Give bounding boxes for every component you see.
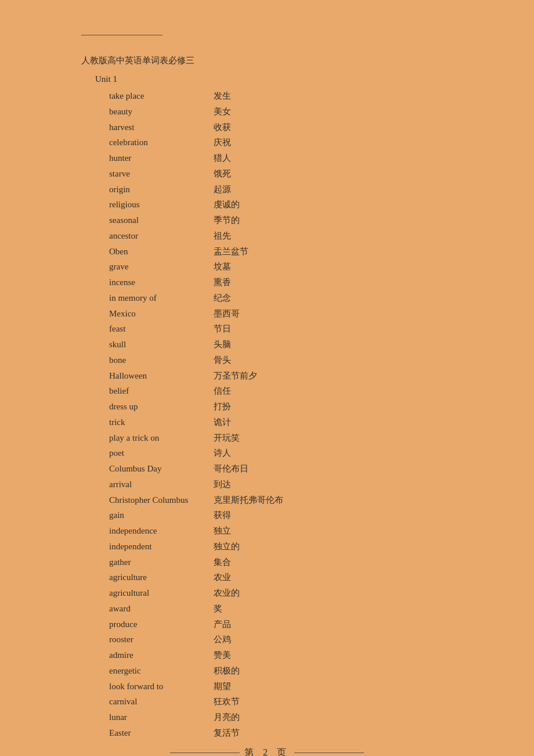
list-item: incense熏香: [109, 275, 453, 290]
word-english: belief: [109, 384, 214, 398]
word-chinese: 产品: [214, 617, 231, 632]
word-chinese: 积极的: [214, 664, 240, 678]
word-chinese: 打扮: [214, 399, 231, 414]
word-chinese: 赞美: [214, 648, 231, 663]
list-item: admire赞美: [109, 648, 453, 663]
word-chinese: 奖: [214, 602, 222, 616]
word-english: rooster: [109, 632, 214, 647]
word-chinese: 庆祝: [214, 135, 231, 150]
word-english: dress up: [109, 399, 214, 414]
word-chinese: 坟墓: [214, 260, 231, 274]
word-chinese: 农业的: [214, 586, 240, 600]
word-english: seasonal: [109, 213, 214, 228]
word-chinese: 克里斯托弗哥伦布: [214, 493, 283, 507]
word-chinese: 诗人: [214, 446, 231, 460]
list-item: look forward to期望: [109, 679, 453, 694]
word-chinese: 诡计: [214, 415, 231, 430]
list-item: award奖: [109, 602, 453, 616]
list-item: agriculture农业: [109, 570, 453, 585]
word-english: Christopher Columbus: [109, 493, 214, 507]
list-item: independent独立的: [109, 539, 453, 554]
word-chinese: 开玩笑: [214, 431, 240, 445]
list-item: religious虔诚的: [109, 197, 453, 212]
word-chinese: 美女: [214, 105, 231, 119]
word-english: independent: [109, 539, 214, 554]
list-item: rooster公鸡: [109, 632, 453, 647]
list-item: Columbus Day哥伦布日: [109, 462, 453, 476]
list-item: in memory of纪念: [109, 291, 453, 305]
page-content: 人教版高中英语单词表必修三 Unit 1 take place发生beauty美…: [0, 0, 534, 756]
list-item: Mexico墨西哥: [109, 307, 453, 321]
word-chinese: 信任: [214, 384, 231, 398]
list-item: gather集合: [109, 555, 453, 570]
list-item: origin起源: [109, 182, 453, 197]
word-chinese: 节日: [214, 322, 231, 336]
word-chinese: 农业: [214, 570, 231, 585]
word-chinese: 收获: [214, 120, 231, 135]
word-english: incense: [109, 275, 214, 290]
list-item: poet诗人: [109, 446, 453, 460]
word-english: gain: [109, 508, 214, 523]
word-english: hunter: [109, 151, 214, 165]
word-english: play a trick on: [109, 431, 214, 445]
word-english: harvest: [109, 120, 214, 135]
word-chinese: 虔诚的: [214, 197, 240, 212]
list-item: independence独立: [109, 524, 453, 538]
word-english: feast: [109, 322, 214, 336]
word-chinese: 月亮的: [214, 710, 240, 725]
word-english: award: [109, 602, 214, 616]
bottom-area: 第 2 页: [0, 747, 534, 757]
word-english: origin: [109, 182, 214, 197]
word-chinese: 纪念: [214, 291, 231, 305]
word-chinese: 公鸡: [214, 632, 231, 647]
list-item: produce产品: [109, 617, 453, 632]
list-item: energetic积极的: [109, 664, 453, 678]
word-english: poet: [109, 446, 214, 460]
list-item: Oben盂兰盆节: [109, 244, 453, 259]
word-chinese: 万圣节前夕: [214, 369, 257, 383]
word-english: beauty: [109, 105, 214, 119]
list-item: lunar月亮的: [109, 710, 453, 725]
word-chinese: 集合: [214, 555, 231, 570]
list-item: starve饿死: [109, 167, 453, 181]
bottom-line-left: [170, 753, 240, 753]
word-english: look forward to: [109, 679, 214, 694]
word-chinese: 复活节: [214, 726, 240, 740]
word-chinese: 祖先: [214, 229, 231, 243]
word-chinese: 墨西哥: [214, 307, 240, 321]
word-english: carnival: [109, 694, 214, 709]
word-chinese: 头脑: [214, 337, 231, 352]
word-english: bone: [109, 353, 214, 368]
list-item: Christopher Columbus克里斯托弗哥伦布: [109, 493, 453, 507]
bottom-line-right: [294, 753, 364, 753]
unit-title: Unit 1: [95, 74, 453, 84]
word-english: celebration: [109, 135, 214, 150]
list-item: bone骨头: [109, 353, 453, 368]
word-english: lunar: [109, 710, 214, 725]
word-english: trick: [109, 415, 214, 430]
word-english: arrival: [109, 477, 214, 492]
page-number: 第 2 页: [244, 747, 290, 757]
word-chinese: 饿死: [214, 167, 231, 181]
word-english: starve: [109, 167, 214, 181]
word-chinese: 猎人: [214, 151, 231, 165]
page-title: 人教版高中英语单词表必修三: [81, 55, 453, 66]
list-item: harvest收获: [109, 120, 453, 135]
word-english: agriculture: [109, 570, 214, 585]
word-chinese: 到达: [214, 477, 231, 492]
word-chinese: 起源: [214, 182, 231, 197]
word-chinese: 熏香: [214, 275, 231, 290]
word-chinese: 发生: [214, 89, 231, 103]
list-item: beauty美女: [109, 105, 453, 119]
word-chinese: 获得: [214, 508, 231, 523]
word-english: skull: [109, 337, 214, 352]
word-english: Mexico: [109, 307, 214, 321]
list-item: dress up打扮: [109, 399, 453, 414]
word-chinese: 季节的: [214, 213, 240, 228]
list-item: ancestor祖先: [109, 229, 453, 243]
list-item: arrival到达: [109, 477, 453, 492]
word-english: Oben: [109, 244, 214, 259]
list-item: agricultural农业的: [109, 586, 453, 600]
word-english: grave: [109, 260, 214, 274]
list-item: Easter复活节: [109, 726, 453, 740]
